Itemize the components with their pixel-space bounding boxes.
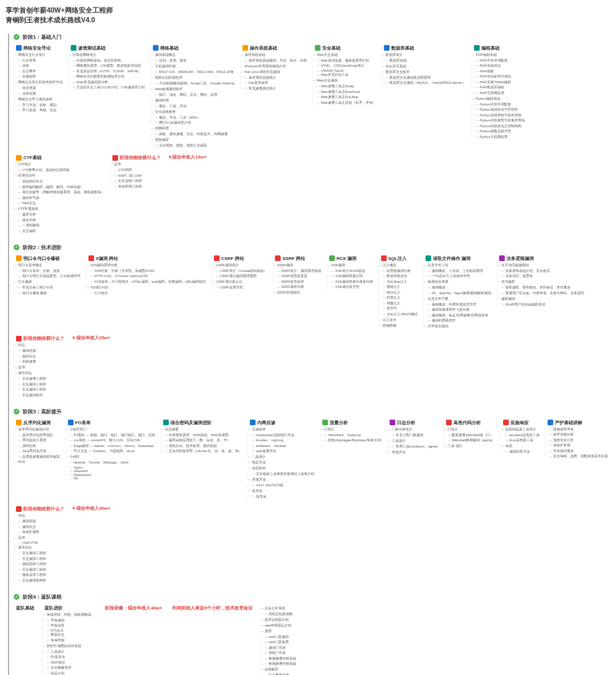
leaf: Kali基本操作	[244, 80, 307, 86]
leaf: PHP语法处理与调试	[476, 74, 525, 79]
section-icon	[250, 420, 256, 425]
leaf: 工具源介	[46, 649, 97, 654]
node-children: CSRF应用方式	[212, 285, 268, 290]
page-title: 享学首创年薪40W+网络安全工程师 青铜到王者技术成长路线V4.0	[6, 6, 610, 25]
node-children: 数据库基础	[382, 58, 466, 63]
leaf: web门及使用	[265, 640, 303, 645]
node-children: 常用工具(rootkitom、egrep)	[387, 444, 438, 449]
section: 列有阶段人来说9个小时，技术改变命运	[170, 604, 254, 612]
leaf: ms17 201701升级	[252, 483, 314, 488]
node: 漏洞利用	[151, 98, 234, 103]
leaf: 检测渗透分析基础	[265, 656, 303, 661]
section: 阶段你能收获什么？证书CTF奖牌NISP二级 CISP安全运维工程师等保评测工程…	[110, 154, 163, 189]
section-items: 基本序列化漏洞介绍基本序列化程序混乱序列化执行原理源码分析Java序列化压缩应用…	[14, 427, 60, 463]
node-children: 端口、域名、网站、后台、网站、应用	[151, 92, 234, 97]
leaf: linux应急及工具	[505, 438, 540, 443]
leaf: 漏洞的及方法	[505, 449, 540, 454]
stage-header: ✓阶段3：高阶提升	[14, 408, 610, 416]
section-items: 水平访问超越限制业务逻辑基础介绍、后台会话业务访问、危害等支付越权授权越权、权利…	[497, 263, 584, 307]
leaf: 安全渗透工程师	[18, 376, 67, 381]
section: ¥ 综合年收入15w+	[169, 154, 206, 160]
leaf: 漏洞挖掘	[18, 519, 67, 524]
leaf: 漏洞利用及防护	[427, 318, 491, 323]
node-children: 常见社会工程口令表短口令爆破 爆破	[14, 285, 80, 296]
section: RCE 漏洞XXE漏洞XXE简介SOAP基础XXE漏洞简要介绍XXE漏洞简单分类…	[327, 255, 373, 290]
section-icon	[16, 506, 22, 512]
leaf: 布尔注入	[383, 290, 418, 295]
leaf: 分析报告原理、WAF基础、WAF处类型	[165, 433, 242, 438]
node: 口简介	[444, 427, 495, 432]
node-children: 安全报告、报告、报告汇总编写	[151, 143, 234, 148]
leaf: 安全编程	[18, 229, 104, 234]
node: 应急响应及工具简介	[501, 427, 540, 432]
section: 阶段录像：综合年收入40w+	[103, 604, 164, 612]
section: 流量分析口简介Wireshark、Tcpdump抓包(httplogger/Bu…	[320, 419, 382, 444]
node-children: 行业背景法律安全事件发展趋势	[14, 58, 63, 80]
node: 门类分析简介	[387, 427, 438, 432]
leaf: 短口令爆破 爆破	[18, 291, 80, 296]
section: 操作系统基础操作系统基础操作系统基础漏洞、方法、命令、分析Windows常用系统…	[240, 44, 307, 91]
leaf: 宽字节	[383, 306, 418, 311]
leaf: 大小绕过	[90, 291, 206, 296]
node: 二具源介	[248, 454, 314, 460]
leaf: ilrootlex、mg/rvsg	[252, 438, 314, 443]
section: 阶段你能收获什么？岗位漏洞挖掘漏洞安全初级渗透证书就业岗位安全渗透工程师安全漏洞…	[14, 335, 67, 398]
stage-label: 阶段4：蓝队课程	[23, 593, 62, 601]
node-children: Apache、Tomcat、Weblogic、UbntiNginxGlassfi…	[66, 460, 155, 480]
section-label: 操作系统基础	[240, 44, 307, 52]
section-items: 等保控制、内容、指标原解读学保漏洞学保运营ATT&CK数据安全等保防御防护区域面…	[42, 612, 97, 675]
section: 高危代码分析口简介配置渗透Webshell源（口）Webshell检测漏洞（eg…	[444, 419, 495, 449]
node: 内网利用	[151, 126, 234, 131]
section-items: 应急响应及工具简介windows应急及工具linux应急及工具实战漏洞的及方法	[501, 427, 540, 455]
leaf: Python基础语法与字符串	[476, 107, 525, 112]
section: 网络安全导论网络安全行业简介行业背景法律安全事件发展趋势网络安全意识和基本防护方…	[14, 44, 63, 113]
stage-sections: 反序列化漏洞基本序列化漏洞介绍基本序列化程序混乱序列化执行原理源码分析Java序…	[14, 419, 610, 583]
section-label: 阶段录像：综合年收入40w+	[103, 604, 164, 612]
node-children: 基础知识补充密码编码解码（编码、解码、分析加密）现代加密学（理解对称加密原理、基…	[14, 179, 104, 206]
leaf: 抓包(httplogger/Burplogs/等等介绍)	[324, 438, 382, 443]
section-items: 口简介配置渗透Webshell源（口）Webshell检测漏洞（eg/rip）工…	[444, 427, 495, 449]
node: PHP编程基础	[472, 52, 525, 58]
leaf: 漏洞简单原理学习及分类	[427, 307, 491, 312]
section: ¥ 综合年收入30w+	[72, 505, 110, 511]
node: 信息留存	[248, 466, 314, 471]
section-icon	[88, 255, 94, 261]
section: FO表单小组件部门PJ系统 — 前端、端口、端口、端口端口、端口、记录xxx系统…	[66, 419, 155, 481]
check-icon: ✓	[14, 594, 19, 600]
leaf: Web常见识别工具	[317, 72, 376, 78]
section: 后台日常系统系统定制及调整技术定制及介绍web中间层定介绍原理web门及漏洞we…	[261, 604, 303, 675]
yen-icon: ¥	[72, 506, 75, 511]
node-children: windows应急及工具linux应急及工具	[501, 433, 540, 444]
node: 操作系统基础	[240, 52, 307, 58]
leaf: ATT&CK	[46, 629, 97, 632]
section-label: 业务逻辑漏洞	[497, 255, 584, 262]
section-label: 高危代码分析	[444, 419, 495, 426]
leaf: CSRF简介（Cookie机制基础）	[216, 269, 268, 274]
leaf: SSRF成本分析	[277, 284, 321, 290]
node: 弱口令基本概念	[14, 263, 80, 268]
stage-header: ✓阶段2：技术进阶	[14, 244, 610, 251]
leaf: 基本序列化程序混乱	[18, 433, 60, 438]
node-children: 概念、工具、方法	[151, 104, 234, 109]
section-items: 门类分析简介常见小型门类漏洞工具源介常用工具(rootkitom、egrep)本…	[387, 427, 438, 455]
node: 防护区域面的高纬基础	[42, 644, 97, 649]
node: SSRF漏洞	[273, 263, 321, 268]
leaf: MS17-010、MS08-067、MS10-046、MS12-20等	[155, 70, 234, 75]
section-icon	[16, 45, 22, 51]
leaf: SQLMap注入	[383, 279, 418, 284]
node-children: 系统定制及调整	[261, 612, 303, 617]
section-items: 漏洞基础概念识别、发现、修复主机漏洞扫描MS17-010、MS08-067、MS…	[151, 52, 234, 149]
section-items: 证书CTF奖牌NISP二级 CISP安全运维工程师等保评测工程师	[110, 162, 163, 189]
leaf: PHP基础语法	[476, 63, 525, 68]
node: 证书	[110, 162, 163, 167]
node-children: 弱口令基本、分类、设置弱口令弱口令基础原理、口令敏感方式	[14, 269, 80, 279]
node: 综合渗透	[161, 427, 242, 432]
node: 口令爆破	[14, 279, 80, 284]
leaf: OWASP Top10	[317, 69, 376, 72]
node-children: CSRF简介（Cookie机制基础）CSRF成功漏洞原理类型	[212, 269, 268, 279]
node: Windows常用系统漏洞介绍	[240, 64, 307, 69]
leaf: PHP互联网应用	[476, 91, 525, 96]
leaf: 法律	[18, 63, 63, 68]
leaf: XXE漏洞简要介绍	[331, 274, 373, 279]
node-children: 漏洞概述、上传点、上传机制原理一句话木马 上传操作方式	[423, 269, 491, 279]
